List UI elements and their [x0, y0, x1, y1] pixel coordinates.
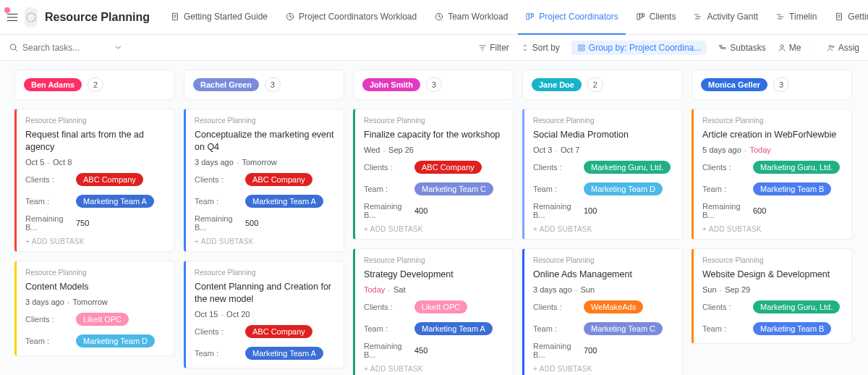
subtasks-button[interactable]: Subtasks	[718, 43, 765, 53]
team-tag[interactable]: Marketing Team A	[414, 322, 493, 335]
view-tab-project-coordinators[interactable]: Project Coordinators	[518, 0, 625, 35]
chevron-down-icon[interactable]	[114, 43, 123, 52]
team-tag[interactable]: Marketing Team A	[245, 195, 323, 208]
svg-rect-58	[582, 45, 584, 47]
team-tag[interactable]: Marketing Team D	[584, 182, 663, 195]
remaining-label: Remaining B...	[533, 342, 576, 359]
search-input[interactable]	[22, 43, 109, 53]
view-tab-label: Clients	[650, 12, 676, 22]
space-logo[interactable]	[25, 7, 38, 28]
card-breadcrumb: Resource Planning	[702, 117, 843, 125]
view-tab-clients[interactable]: Clients	[629, 0, 684, 35]
view-tab-activity-gantt[interactable]: Activity Gantt	[686, 0, 765, 35]
task-card[interactable]: Resource PlanningWebsite Design & Develo…	[692, 248, 852, 344]
clients-row: Clients :WeMakeAds	[533, 298, 673, 316]
task-card[interactable]: Resource PlanningArticle creation in Web…	[692, 109, 852, 240]
menu-toggle[interactable]	[6, 9, 19, 26]
team-label: Team :	[364, 185, 407, 193]
add-subtask-button[interactable]: + ADD SUBTASK	[533, 365, 673, 373]
clients-label: Clients :	[25, 315, 69, 324]
add-subtask-button[interactable]: + ADD SUBTASK	[25, 237, 166, 245]
svg-point-66	[829, 45, 831, 47]
remaining-row: Remaining B...750	[25, 214, 166, 232]
team-tag[interactable]: Marketing Team A	[76, 195, 154, 208]
column-header[interactable]: Monica Geller3	[692, 69, 852, 100]
column-header[interactable]: John Smith3	[353, 69, 514, 100]
svg-rect-17	[640, 13, 642, 17]
team-label: Team :	[25, 197, 69, 206]
view-tab-getting-started-guide[interactable]: Getting Started Guide	[163, 0, 275, 35]
search-box[interactable]	[9, 43, 139, 53]
add-subtask-button[interactable]: + ADD SUBTASK	[364, 225, 504, 233]
column-header[interactable]: Ben Adams2	[14, 69, 175, 100]
client-tag[interactable]: LikeIt OPC	[414, 300, 467, 313]
team-tag[interactable]: Marketing Team C	[584, 322, 663, 335]
team-label: Team :	[195, 197, 238, 206]
remaining-value: 700	[584, 346, 597, 355]
column-john-smith: John Smith3Resource PlanningFinalize cap…	[353, 69, 514, 375]
team-tag[interactable]: Marketing Team B	[753, 182, 831, 195]
client-tag[interactable]: ABC Company	[414, 161, 482, 174]
client-tag[interactable]: Marketing Guru, Ltd.	[753, 300, 840, 313]
task-card[interactable]: Resource PlanningConceptualize the marke…	[184, 109, 344, 252]
search-icon	[9, 43, 18, 52]
svg-line-53	[15, 49, 17, 51]
view-tab-timelin[interactable]: Timelin	[768, 0, 824, 35]
me-button[interactable]: Me	[778, 43, 801, 53]
team-tag[interactable]: Marketing Team D	[76, 334, 155, 347]
card-breadcrumb: Resource Planning	[533, 117, 673, 125]
filter-button[interactable]: Filter	[478, 43, 509, 53]
view-tab-label: Getting Started Guide	[848, 12, 868, 22]
team-row: Team :Marketing Team C	[364, 180, 504, 198]
sort-icon	[521, 43, 529, 52]
column-header[interactable]: Jane Doe2	[522, 69, 683, 100]
view-tab-getting-started-guide[interactable]: Getting Started Guide	[827, 0, 868, 35]
card-breadcrumb: Resource Planning	[25, 117, 166, 125]
add-subtask-button[interactable]: + ADD SUBTASK	[533, 225, 673, 233]
clients-row: Clients :ABC Company	[25, 171, 166, 188]
client-tag[interactable]: LikeIt OPC	[76, 313, 129, 326]
svg-rect-13	[527, 13, 529, 19]
view-tab-team-workload[interactable]: Team Workload	[427, 0, 515, 35]
client-tag[interactable]: WeMakeAds	[584, 300, 643, 313]
task-card[interactable]: Resource PlanningOnline Ads Management3 …	[522, 248, 683, 375]
task-card[interactable]: Resource PlanningStrategy DevelopmentTod…	[353, 248, 514, 375]
remaining-value: 450	[414, 346, 427, 355]
task-card[interactable]: Resource PlanningFinalize capacity for t…	[353, 109, 514, 240]
column-monica-geller: Monica Geller3Resource PlanningArticle c…	[692, 69, 852, 375]
client-tag[interactable]: Marketing Guru, Ltd.	[584, 161, 671, 174]
sort-button[interactable]: Sort by	[521, 43, 560, 53]
team-tag[interactable]: Marketing Team A	[245, 347, 323, 360]
remaining-label: Remaining B...	[364, 202, 407, 219]
task-card[interactable]: Resource PlanningSocial Media PromotionO…	[522, 109, 683, 240]
assignees-button[interactable]: Assig	[827, 43, 859, 53]
card-breadcrumb: Resource Planning	[364, 256, 504, 264]
team-tag[interactable]: Marketing Team B	[753, 322, 831, 335]
add-subtask-button[interactable]: + ADD SUBTASK	[195, 237, 335, 245]
column-ben-adams: Ben Adams2Resource PlanningRequest final…	[14, 69, 175, 375]
add-subtask-button[interactable]: + ADD SUBTASK	[364, 365, 504, 373]
remaining-value: 500	[245, 219, 258, 227]
column-header[interactable]: Rachel Green3	[184, 69, 344, 100]
team-tag[interactable]: Marketing Team C	[414, 182, 493, 195]
client-tag[interactable]: Marketing Guru, Ltd.	[753, 161, 840, 174]
team-row: Team :Marketing Team C	[533, 320, 673, 337]
clients-label: Clients :	[702, 163, 746, 172]
client-tag[interactable]: ABC Company	[76, 173, 143, 186]
task-card[interactable]: Resource PlanningContent Planning and Cr…	[184, 261, 344, 368]
task-card[interactable]: Resource PlanningRequest final arts from…	[14, 109, 175, 252]
view-tab-label: Project Coordinators	[539, 12, 618, 22]
task-card[interactable]: Resource PlanningContent Models3 days ag…	[14, 261, 175, 356]
svg-rect-60	[582, 49, 584, 51]
add-subtask-button[interactable]: + ADD SUBTASK	[702, 225, 843, 233]
team-row: Team :Marketing Team D	[533, 180, 673, 198]
team-row: Team :Marketing Team A	[195, 193, 335, 210]
clients-row: Clients :LikeIt OPC	[364, 298, 504, 316]
client-tag[interactable]: ABC Company	[245, 325, 312, 338]
remaining-value: 400	[414, 206, 427, 215]
groupby-button[interactable]: Group by: Project Coordina...	[571, 41, 707, 55]
client-tag[interactable]: ABC Company	[245, 173, 312, 186]
clients-label: Clients :	[195, 327, 238, 336]
card-breadcrumb: Resource Planning	[702, 256, 843, 264]
view-tab-project-coordinators-workload[interactable]: Project Coordinators Workload	[278, 0, 424, 35]
